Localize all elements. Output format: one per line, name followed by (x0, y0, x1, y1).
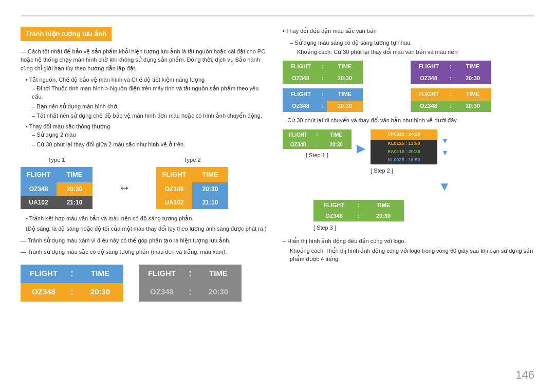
bullet-1: Tắt nguồn, Chế độ bảo vệ màn hình và Chế… (21, 76, 267, 120)
lb1-header-colon: : (67, 265, 77, 283)
right-boards-grid: FLIGHT : TIME OZ348 : 20:30 FLIGHT : (283, 61, 534, 112)
step3-label: [ Step 3 ] (313, 223, 336, 232)
type1-block: Type 1 FLIGHT TIME OZ348 20:30 UA102 21: (21, 156, 92, 209)
right-bullet-1-text: Thay đổi đều đặn màu sắc văn bản (286, 28, 377, 34)
p1-data-left: OZ348 (411, 73, 447, 84)
step2-board: CP0310 : 24:20 KL0125 : 13:50 EA0110 : 2… (371, 129, 437, 164)
p1-hdr-colon: : (447, 61, 455, 73)
bullet-2-dash-2: Cứ 30 phút lại thay đổi giữa 2 màu sắc n… (26, 140, 267, 149)
b1-hdr-left: FLIGHT (283, 88, 319, 101)
step2-label: [ Step 2 ] (371, 166, 393, 175)
b1-data-right: 20:30 (327, 101, 363, 112)
top-divider (21, 15, 534, 16)
step-arrow-right: ▶ (357, 140, 365, 157)
s3-hdr-colon: : (355, 200, 363, 211)
p1-hdr-left: FLIGHT (411, 61, 447, 73)
bullet-3: Tránh kết hợp màu văn bản và màu nền có … (21, 214, 267, 223)
p1-hdr-right: TIME (455, 61, 491, 73)
steps-section: FLIGHT : TIME OZ348 : 20:30 [ Step 1 ] ▶ (283, 129, 534, 175)
right-logo-dash-block: Hiển thị hình ảnh động đều đặn cùng với … (283, 237, 534, 264)
step2-area: CP0310 : 24:20 KL0125 : 13:50 EA0110 : 2… (371, 129, 449, 175)
s1-hdr-left: FLIGHT (283, 129, 313, 140)
s2-r1: KL0125 : 13:50 (371, 140, 437, 148)
s2-hdr: CP0310 : 24:20 (371, 129, 437, 140)
s1-data-left: OZ348 (283, 140, 313, 149)
s1-data-colon: : (313, 140, 321, 149)
s2-r2: EA0110 : 20:30 (371, 148, 437, 156)
large-board-1: FLIGHT : TIME OZ348 : 20:30 (21, 265, 123, 302)
orange-board: FLIGHT : TIME OZ348 : 20:30 (411, 88, 534, 112)
s1-data-right: 20:30 (321, 140, 351, 149)
bullet-1-dash-1: Đi tới Thuộc tính màn hình > Nguồn điện … (26, 84, 267, 101)
t2-r2-left: UA102 (156, 196, 192, 209)
s1-hdr-right: TIME (321, 129, 351, 140)
g1-hdr-left: FLIGHT (283, 61, 319, 73)
right-b1-dash2: Khoảng cách: Cứ 30 phút lại thay đổi màu… (283, 48, 534, 57)
bullet-1-dash-2: Bạn nên sử dụng màn hình chờ. (26, 102, 267, 111)
t1-hdr-left: FLIGHT (21, 167, 57, 182)
type2-board: FLIGHT TIME OZ348 20:30 UA102 21:10 (156, 167, 228, 209)
lb1-data-right: 20:30 (77, 283, 123, 302)
left-dash-1: Tránh sử dụng màu xám vì điều này có thể… (21, 236, 267, 245)
green-board: FLIGHT : TIME OZ348 : 20:30 (283, 61, 406, 84)
step1-block: FLIGHT : TIME OZ348 : 20:30 [ Step 1 ] (283, 129, 351, 160)
lb2-data-colon: : (185, 283, 195, 302)
type2-label: Type 2 (183, 156, 200, 164)
s1-hdr-colon: : (313, 129, 321, 140)
g1-hdr-right: TIME (327, 61, 363, 73)
lb2-data-left: OZ348 (139, 283, 185, 302)
s3-data-left: OZ348 (313, 211, 355, 221)
step2-arrow-1: ▼ (441, 136, 449, 146)
intro-text: Cách tốt nhất để bảo vệ sản phẩm khỏi hi… (21, 47, 267, 73)
types-row: Type 1 FLIGHT TIME OZ348 20:30 UA102 21: (21, 156, 267, 209)
lb1-data-colon: : (67, 283, 77, 302)
bullet-2-dash-1: Sử dụng 2 màu (26, 130, 267, 139)
lb2-header-right: TIME (195, 265, 242, 283)
bullet-1-dash-3: Tốt nhất nên sử dụng chế độ bảo vệ màn h… (26, 111, 267, 120)
b1-data-left: OZ348 (283, 101, 319, 112)
o1-data-right: 20:30 (455, 101, 491, 112)
o1-hdr-right: TIME (455, 88, 491, 101)
step3-area: FLIGHT : TIME OZ348 : 20:30 [ Step 3 ] (313, 200, 534, 232)
page-number: 146 (515, 368, 534, 382)
lb2-header-left: FLIGHT (139, 265, 185, 283)
b1-hdr-colon: : (319, 88, 327, 101)
type2-block: Type 2 FLIGHT TIME OZ348 20:30 UA102 21: (156, 156, 228, 209)
t2-r1-left: OZ348 (156, 182, 192, 196)
b1-hdr-right: TIME (327, 88, 363, 101)
left-dash-2: Tránh sử dụng màu sắc có độ sáng tương p… (21, 248, 267, 256)
step2-row: CP0310 : 24:20 KL0125 : 13:50 EA0110 : 2… (371, 129, 449, 164)
s3-hdr-right: TIME (363, 200, 404, 211)
t1-r2-left: UA102 (21, 196, 57, 209)
t2-hdr-right: TIME (192, 167, 228, 182)
s3-data-right: 20:30 (363, 211, 404, 221)
t2-r2-right: 21:10 (192, 196, 228, 209)
g1-data-colon: : (319, 73, 327, 84)
down-arrow-icon: ▼ (355, 177, 534, 196)
step2-arrow-2: ▼ (441, 147, 449, 158)
right-dash-logo2: Khoảng cách: Hiển thị hình ảnh động cùng… (283, 247, 534, 264)
s3-data-colon: : (355, 211, 363, 221)
b1-data-colon: : (319, 101, 327, 112)
g1-hdr-colon: : (319, 61, 327, 73)
s3-hdr-left: FLIGHT (313, 200, 355, 211)
lb1-header-right: TIME (77, 265, 123, 283)
lb2-data-right: 20:30 (195, 283, 242, 302)
g1-data-left: OZ348 (283, 73, 319, 84)
step2-to-step3-arrow: ▼ (355, 177, 534, 196)
section-title: Tránh hiện tượng lưu ảnh (21, 27, 112, 41)
right-bullet-1: • Thay đổi đều đặn màu sắc văn bản (283, 27, 534, 35)
t1-r2-right: 21:10 (57, 196, 92, 209)
left-column: Tránh hiện tượng lưu ảnh Cách tốt nhất đ… (21, 27, 267, 302)
bullet-3-sub: (Độ sáng: là độ sáng hoặc độ tối của một… (21, 225, 267, 233)
o1-hdr-colon: : (447, 88, 455, 101)
t1-r1-left: OZ348 (21, 182, 57, 196)
t2-r1-right: 20:30 (192, 182, 228, 196)
purple-board: FLIGHT : TIME OZ348 : 20:30 (411, 61, 534, 84)
lb1-data-left: OZ348 (21, 283, 67, 302)
lb2-header-colon: : (185, 265, 195, 283)
blue-board: FLIGHT : TIME OZ348 : 20:30 (283, 88, 406, 112)
o1-data-left: OZ348 (411, 101, 447, 112)
arrow-between-types: ↔ (118, 156, 131, 209)
right-dash-move: Cứ 30 phút lại di chuyển và thay đổi văn… (283, 116, 534, 125)
